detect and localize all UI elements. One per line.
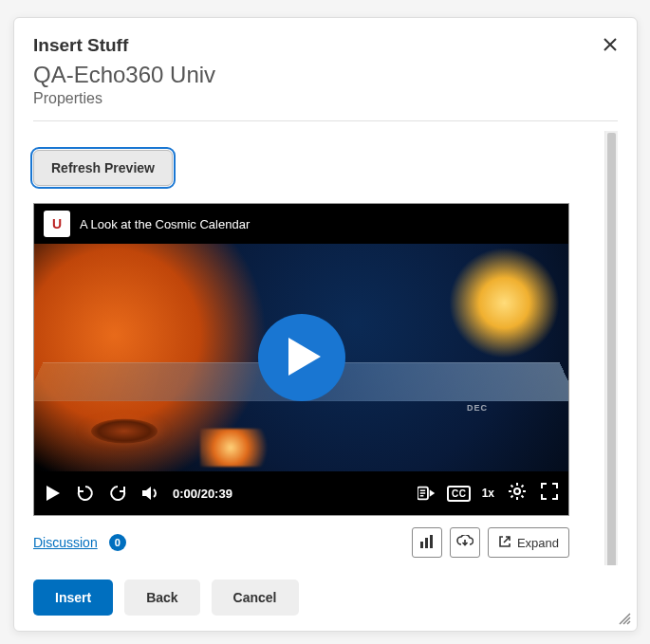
rewind-button[interactable] (76, 484, 95, 503)
external-link-icon (498, 535, 511, 551)
video-title: A Look at the Cosmic Calendar (80, 217, 250, 231)
institution-badge: U (44, 211, 70, 237)
video-player: U A Look at the Cosmic Calendar DEC (33, 203, 569, 516)
fullscreen-icon (541, 483, 558, 504)
svg-rect-4 (430, 535, 433, 548)
svg-rect-2 (420, 542, 423, 548)
video-thumbnail: DEC (34, 244, 568, 471)
fullscreen-button[interactable] (540, 484, 559, 503)
divider (33, 120, 618, 121)
bar-chart-icon (419, 534, 435, 552)
play-control[interactable] (44, 484, 63, 503)
forward-button[interactable] (108, 484, 127, 503)
dialog-title: Insert Stuff (33, 35, 618, 56)
back-button[interactable]: Back (124, 580, 199, 616)
content-scroll: Refresh Preview U A Look at the Cosmic C… (14, 131, 637, 565)
expand-button[interactable]: Expand (488, 527, 569, 558)
cloud-download-icon (456, 535, 474, 551)
expand-label: Expand (517, 536, 559, 550)
player-header: U A Look at the Cosmic Calendar (34, 204, 568, 244)
play-icon (283, 338, 321, 378)
svg-point-1 (514, 488, 520, 494)
month-label: DEC (467, 403, 488, 413)
time-current: 0:00 (173, 487, 197, 501)
planet-graphic (91, 419, 158, 444)
scrollbar[interactable] (604, 131, 618, 565)
nebula-graphic (200, 429, 276, 467)
volume-button[interactable] (140, 484, 159, 503)
close-icon (604, 34, 617, 55)
transcript-button[interactable] (418, 484, 436, 503)
scrollbar-thumb[interactable] (607, 133, 616, 565)
time-display: 0:00/20:39 (173, 487, 232, 501)
discussion-link[interactable]: Discussion (33, 535, 98, 550)
refresh-preview-button[interactable]: Refresh Preview (33, 150, 173, 186)
play-button[interactable] (258, 314, 345, 401)
below-player-row: Discussion 0 Expand (33, 527, 569, 558)
settings-button[interactable] (508, 484, 527, 503)
player-controls: 0:00/20:39 CC 1x (34, 471, 568, 515)
speed-button[interactable]: 1x (482, 487, 494, 500)
cancel-button[interactable]: Cancel (212, 580, 299, 616)
dialog-header: Insert Stuff QA-Echo360 Univ Properties (14, 18, 637, 131)
insert-button[interactable]: Insert (33, 580, 113, 616)
time-total: 20:39 (201, 487, 232, 501)
source-name: QA-Echo360 Univ (33, 62, 618, 88)
captions-button[interactable]: CC (450, 484, 469, 503)
close-button[interactable] (599, 33, 622, 56)
svg-rect-3 (425, 538, 428, 548)
discussion-count-badge: 0 (109, 534, 126, 551)
dialog-footer: Insert Back Cancel (14, 565, 637, 631)
analytics-button[interactable] (412, 527, 442, 558)
resize-grip[interactable] (616, 610, 631, 625)
section-label: Properties (33, 90, 618, 107)
gear-icon (508, 482, 527, 505)
insert-stuff-dialog: Insert Stuff QA-Echo360 Univ Properties … (13, 17, 638, 632)
download-button[interactable] (450, 527, 480, 558)
